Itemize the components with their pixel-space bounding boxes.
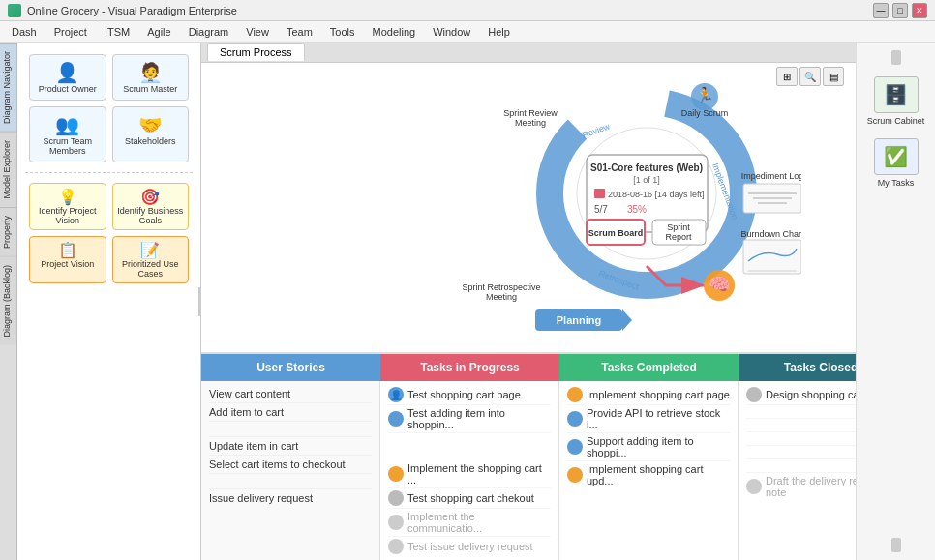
task-progress-8: Test issue delivery request [388, 537, 551, 556]
menu-window[interactable]: Window [425, 24, 478, 40]
tab-model-explorer[interactable]: Model Explorer [0, 132, 16, 207]
task-spacer2 [388, 447, 551, 460]
side-panel: 👤 Product Owner 🧑‍💼 Scrum Master 👥 Scrum… [17, 43, 201, 560]
col-header-completed: Tasks Completed [559, 354, 739, 381]
svg-text:Meeting: Meeting [515, 118, 546, 128]
diagram-canvas: ⊞ 🔍 ▤ S01-Core features (Web) [1 of 1] 2… [201, 63, 856, 352]
task-progress-6: Test shopping cart chekout [388, 488, 551, 509]
minimize-button[interactable]: — [873, 3, 889, 18]
task-completed-2: Provide API to retrieve stock i... [567, 405, 730, 433]
menu-team[interactable]: Team [279, 24, 320, 40]
task-progress-7: Implement the communicatio... [388, 509, 551, 537]
menu-tools[interactable]: Tools [322, 24, 363, 40]
right-panel: 🗄️ Scrum Cabinet ✅ My Tasks [856, 43, 935, 560]
scrollbar-up[interactable] [891, 50, 901, 65]
task-closed-4: Draft the delivery request note [746, 473, 856, 500]
backlog-project-vision: 📋 Project Vision [29, 236, 106, 283]
toolbar-zoom-button[interactable]: 🔍 [799, 67, 821, 86]
toolbar-fit-button[interactable]: ⊞ [776, 67, 798, 86]
avatar [388, 539, 404, 554]
scrum-board-table: User Stories Tasks in Progress Tasks Com… [201, 352, 856, 560]
tab-strip: Scrum Process [201, 43, 856, 63]
right-panel-scrum-cabinet[interactable]: 🗄️ Scrum Cabinet [867, 76, 925, 127]
col-completed: Implement shopping cart page Provide API… [559, 381, 739, 560]
menu-modeling[interactable]: Modeling [365, 24, 424, 40]
svg-marker-33 [622, 309, 632, 331]
table-body: View cart content Add item to cart Updat… [201, 381, 856, 560]
avatar [388, 515, 404, 530]
story-update-item: Update item in cart [209, 437, 372, 456]
svg-text:🧠: 🧠 [709, 274, 731, 295]
svg-rect-28 [743, 240, 801, 274]
role-scrum-master: 🧑‍💼 Scrum Master [112, 54, 190, 101]
story-delivery: Issue delivery request [209, 489, 372, 507]
svg-text:35%: 35% [627, 204, 647, 215]
role-product-owner: 👤 Product Owner [29, 54, 106, 101]
svg-text:🏃: 🏃 [695, 86, 714, 104]
backlog-identify-goals: 🎯 Identify Business Goals [112, 183, 190, 230]
task-closed-spacer1 [746, 405, 856, 419]
scrum-cabinet-icon: 🗄️ [874, 76, 919, 113]
menu-agile[interactable]: Agile [139, 24, 178, 40]
task-closed-1: Design shopping cart page [746, 385, 856, 405]
right-panel-my-tasks[interactable]: ✅ My Tasks [874, 138, 919, 189]
task-closed-spacer2 [746, 419, 856, 432]
menu-view[interactable]: View [238, 24, 277, 40]
toolbar-panel-button[interactable]: ▤ [823, 67, 844, 86]
svg-text:Sprint: Sprint [667, 222, 690, 232]
app-icon [8, 4, 21, 17]
story-view-cart: View cart content [209, 385, 372, 403]
menu-help[interactable]: Help [480, 24, 518, 40]
story-spacer1 [209, 422, 372, 437]
my-tasks-icon: ✅ [874, 138, 919, 175]
col-header-user-stories: User Stories [201, 354, 380, 381]
maximize-button[interactable]: □ [892, 3, 908, 18]
svg-text:Impediment Log: Impediment Log [741, 171, 801, 181]
backlog-identify-vision: 💡 Identify Project Vision [29, 183, 106, 230]
role-stakeholders: 🤝 Stakeholders [112, 106, 190, 162]
diagram-toolbar: ⊞ 🔍 ▤ [776, 67, 844, 86]
menu-diagram[interactable]: Diagram [181, 24, 237, 40]
svg-text:Report: Report [665, 232, 692, 242]
close-button[interactable]: ✕ [912, 3, 927, 18]
avatar [567, 467, 583, 483]
svg-text:S01-Core features (Web): S01-Core features (Web) [590, 162, 703, 173]
scrollbar-down[interactable] [891, 538, 901, 552]
col-user-stories: View cart content Add item to cart Updat… [201, 381, 380, 560]
svg-rect-5 [594, 189, 605, 198]
tab-property[interactable]: Property [0, 207, 16, 256]
avatar [746, 479, 762, 494]
tab-diagram-backlog[interactable]: Diagram (Backlog) [0, 256, 16, 345]
task-progress-5: Implement the shopping cart ... [388, 460, 551, 488]
avatar [567, 411, 583, 427]
menu-dash[interactable]: Dash [4, 24, 45, 40]
my-tasks-label: My Tasks [878, 178, 914, 189]
task-closed-spacer4 [746, 446, 856, 459]
story-select-checkout: Select cart items to checkout [209, 456, 372, 474]
task-completed-4: Implement shopping cart upd... [567, 461, 730, 488]
svg-text:Sprint Review: Sprint Review [503, 108, 558, 118]
titlebar: Online Grocery - Visual Paradigm Enterpr… [0, 0, 935, 21]
svg-text:Scrum Board: Scrum Board [588, 228, 644, 238]
menu-project[interactable]: Project [46, 24, 95, 40]
tab-diagram-navigator[interactable]: Diagram Navigator [0, 43, 16, 132]
menu-itsm[interactable]: ITSM [97, 24, 137, 40]
avatar [567, 439, 583, 455]
avatar [746, 387, 762, 402]
svg-text:5/7: 5/7 [594, 204, 608, 215]
col-header-in-progress: Tasks in Progress [380, 354, 559, 381]
svg-text:Burndown Chart: Burndown Chart [740, 229, 801, 239]
col-closed: Design shopping cart page Draft the deli… [739, 381, 856, 560]
task-spacer [388, 433, 551, 447]
app-title: Online Grocery - Visual Paradigm Enterpr… [27, 5, 237, 16]
menubar: Dash Project ITSM Agile Diagram View Tea… [0, 21, 935, 43]
task-progress-2: Test adding item into shoppin... [388, 405, 551, 433]
titlebar-left: Online Grocery - Visual Paradigm Enterpr… [8, 4, 237, 17]
svg-text:Meeting: Meeting [486, 292, 517, 302]
role-scrum-team: 👥 Scrum Team Members [29, 106, 106, 162]
scrum-process-tab[interactable]: Scrum Process [207, 43, 305, 61]
window-controls[interactable]: — □ ✕ [873, 3, 927, 18]
svg-text:[1 of 1]: [1 of 1] [633, 175, 660, 185]
story-add-item: Add item to cart [209, 403, 372, 422]
task-progress-1: 👤 Test shopping cart page [388, 385, 551, 405]
